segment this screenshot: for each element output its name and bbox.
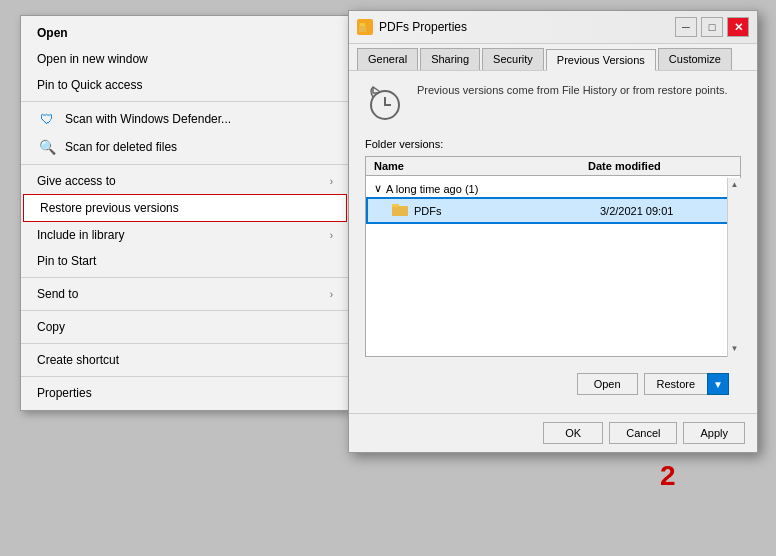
version-name: PDFs — [414, 205, 600, 217]
context-menu-item-properties[interactable]: Properties — [21, 380, 349, 406]
scan-icon: 🔍 — [37, 139, 57, 155]
table-header: Name Date modified — [366, 157, 740, 176]
group-label: A long time ago (1) — [386, 183, 478, 195]
table-scrollbar[interactable]: ▲ ▼ — [727, 178, 741, 357]
col-header-date: Date modified — [588, 160, 718, 172]
restore-button-group: Restore ▼ — [644, 373, 729, 395]
version-group-header: ∨ A long time ago (1) — [366, 180, 740, 197]
context-menu-item-open[interactable]: Open — [21, 20, 349, 46]
dialog-buttons: OK Cancel Apply — [349, 413, 757, 452]
separator-6 — [21, 376, 349, 377]
info-section: Previous versions come from File History… — [365, 83, 741, 126]
context-menu-item-include-library[interactable]: Include in library › — [21, 222, 349, 248]
context-menu-item-copy[interactable]: Copy — [21, 314, 349, 340]
svg-rect-3 — [392, 206, 408, 216]
window-icon — [357, 19, 373, 35]
context-menu-item-scan-defender[interactable]: 🛡 Scan with Windows Defender... — [21, 105, 349, 133]
context-menu-item-open-new-window[interactable]: Open in new window — [21, 46, 349, 72]
tab-previous-versions[interactable]: Previous Versions — [546, 49, 656, 71]
restore-dropdown-button[interactable]: ▼ — [707, 373, 729, 395]
context-menu-item-pin-quick-access[interactable]: Pin to Quick access — [21, 72, 349, 98]
separator-1 — [21, 101, 349, 102]
context-menu-item-create-shortcut[interactable]: Create shortcut — [21, 347, 349, 373]
chevron-down-icon: ∨ — [374, 182, 382, 195]
context-menu: Open Open in new window Pin to Quick acc… — [20, 15, 350, 411]
version-date: 3/2/2021 09:01 — [600, 205, 730, 217]
title-bar-controls: ─ □ ✕ — [675, 17, 749, 37]
scroll-arrow-up[interactable]: ▲ — [728, 178, 741, 191]
arrow-icon-sendto: › — [330, 289, 333, 300]
svg-rect-0 — [359, 25, 366, 32]
tabs-container: General Sharing Security Previous Versio… — [349, 44, 757, 71]
svg-rect-1 — [360, 23, 365, 26]
tab-sharing[interactable]: Sharing — [420, 48, 480, 70]
properties-window: PDFs Properties ─ □ ✕ General Sharing Se… — [348, 10, 758, 453]
ok-button[interactable]: OK — [543, 422, 603, 444]
apply-button[interactable]: Apply — [683, 422, 745, 444]
title-bar: PDFs Properties ─ □ ✕ — [349, 11, 757, 44]
minimize-button[interactable]: ─ — [675, 17, 697, 37]
separator-4 — [21, 310, 349, 311]
maximize-button[interactable]: □ — [701, 17, 723, 37]
restore-button[interactable]: Restore — [644, 373, 708, 395]
col-header-name: Name — [374, 160, 588, 172]
content-area: Previous versions come from File History… — [349, 71, 757, 413]
windows-defender-icon: 🛡 — [37, 111, 57, 127]
svg-rect-4 — [392, 204, 399, 207]
tab-general[interactable]: General — [357, 48, 418, 70]
info-description: Previous versions come from File History… — [417, 83, 728, 98]
separator-5 — [21, 343, 349, 344]
history-icon — [365, 83, 405, 126]
context-menu-item-send-to[interactable]: Send to › — [21, 281, 349, 307]
context-menu-item-give-access[interactable]: Give access to › — [21, 168, 349, 194]
scroll-arrow-down[interactable]: ▼ — [728, 342, 741, 355]
title-bar-left: PDFs Properties — [357, 19, 467, 35]
tab-customize[interactable]: Customize — [658, 48, 732, 70]
action-buttons: Open Restore ▼ — [365, 367, 741, 401]
separator-2 — [21, 164, 349, 165]
cancel-button[interactable]: Cancel — [609, 422, 677, 444]
version-row[interactable]: PDFs 3/2/2021 09:01 — [366, 197, 740, 224]
dropdown-arrow-icon: ▼ — [713, 379, 723, 390]
folder-icon — [392, 202, 408, 219]
open-button[interactable]: Open — [577, 373, 638, 395]
close-button[interactable]: ✕ — [727, 17, 749, 37]
arrow-icon: › — [330, 176, 333, 187]
context-menu-item-restore-versions[interactable]: Restore previous versions — [23, 194, 347, 222]
annotation-number-2: 2 — [660, 460, 676, 492]
tab-security[interactable]: Security — [482, 48, 544, 70]
versions-table: Name Date modified ∨ A long time ago (1) — [365, 156, 741, 357]
arrow-icon-library: › — [330, 230, 333, 241]
folder-versions-label: Folder versions: — [365, 138, 741, 150]
versions-table-wrapper: Name Date modified ∨ A long time ago (1) — [365, 156, 741, 357]
window-title: PDFs Properties — [379, 20, 467, 34]
table-body: ∨ A long time ago (1) PDFs 3/2/2021 09:0… — [366, 176, 740, 356]
context-menu-item-pin-start[interactable]: Pin to Start — [21, 248, 349, 274]
separator-3 — [21, 277, 349, 278]
context-menu-item-scan-deleted[interactable]: 🔍 Scan for deleted files — [21, 133, 349, 161]
